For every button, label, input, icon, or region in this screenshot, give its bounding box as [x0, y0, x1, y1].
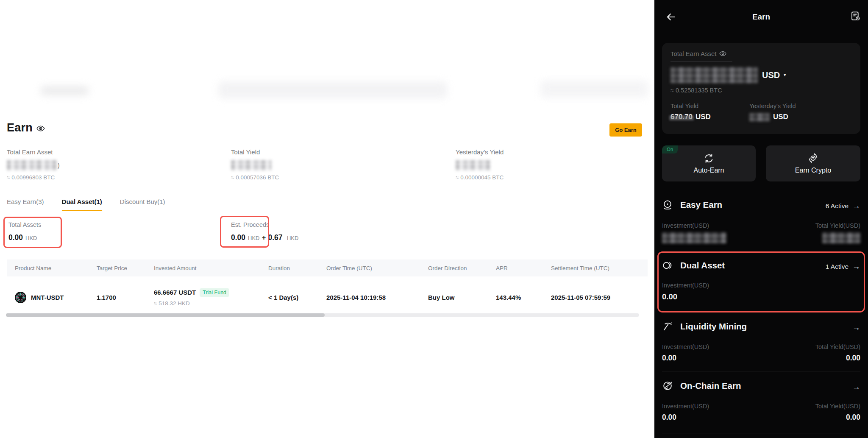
total-assets-value: 0.00 HKD	[8, 233, 37, 242]
investment-label: Investment(USD)	[662, 282, 709, 289]
caret-down-icon[interactable]: ▼	[783, 73, 787, 77]
total-assets-currency: HKD	[25, 235, 37, 241]
investment-value: 0.00	[662, 292, 677, 301]
btc-approx: ≈ 0.52581335 BTC	[670, 87, 852, 94]
total-earn-asset-card: Total Earn Asset USD ▼ ≈ 0.52581335 BTC …	[662, 43, 860, 134]
auto-earn-refresh-icon	[704, 153, 714, 164]
col-duration: Duration	[268, 265, 326, 271]
paren-artifact: )	[58, 162, 60, 169]
visibility-eye-icon[interactable]	[36, 124, 45, 133]
tab-dual-asset[interactable]: Dual Asset(1)	[62, 198, 102, 211]
tab-discount-buy[interactable]: Discount Buy(1)	[120, 198, 165, 211]
arrow-right-icon: →	[852, 382, 860, 392]
active-count: 6 Active	[826, 202, 849, 210]
partially-redacted-value: 670.70	[670, 113, 693, 121]
redacted-value	[456, 160, 490, 170]
invested-hkd-approx: ≈ 518.32 HKD	[154, 300, 268, 307]
mobile-page-title: Earn	[654, 12, 868, 22]
auto-earn-button[interactable]: On Auto-Earn	[662, 145, 756, 181]
earn-crypto-button[interactable]: Earn Crypto	[766, 145, 860, 181]
redacted-balance	[670, 67, 758, 83]
table-header: Product Name Target Price Invested Amoun…	[7, 259, 648, 276]
section-title: Easy Earn	[680, 200, 722, 210]
mobile-earn-screen: Earn Total Earn Asset USD ▼	[654, 0, 868, 438]
bonus-currency: HKD	[287, 235, 298, 241]
total-assets-label: Total Assets	[8, 221, 41, 228]
on-badge: On	[662, 145, 678, 153]
total-yield-label: Total Yield	[670, 103, 749, 109]
total-assets-amount: 0.00	[8, 233, 23, 242]
auto-earn-label: Auto-Earn	[693, 167, 724, 174]
yield-label: Total Yield(USD)	[815, 222, 860, 229]
earn-split-view: Earn Go Earn Total Earn Asset ) ≈ 0.0099…	[0, 0, 868, 438]
est-proceeds-bonus: 0.67 HKD	[268, 233, 298, 244]
settlement-time-cell: 2025-11-05 07:59:59	[551, 294, 648, 301]
total-yield-currency: USD	[696, 113, 711, 121]
product-cell: MNT-USDT	[7, 292, 97, 303]
divider	[7, 213, 649, 213]
horizontal-scrollbar-track[interactable]	[6, 313, 639, 317]
est-proceeds-currency: HKD	[248, 235, 259, 241]
stat-total-earn-asset: Total Earn Asset ) ≈ 0.00996803 BTC	[7, 148, 134, 181]
dual-asset-active-link[interactable]: 1 Active →	[826, 262, 860, 271]
stat-btc-approx: ≈ 0.00057036 BTC	[231, 174, 358, 181]
blur-artifact	[40, 86, 89, 95]
table-row: MNT-USDT 1.1700 66.6667 USDT Trial Fund …	[7, 281, 648, 314]
redacted-value	[662, 232, 726, 243]
dual-asset-table: Product Name Target Price Invested Amoun…	[7, 259, 648, 314]
blur-overlay	[669, 115, 694, 120]
redacted-value	[749, 113, 770, 121]
order-history-icon[interactable]	[850, 11, 861, 22]
fiat-currency-selector[interactable]: USD	[762, 70, 780, 80]
arrow-right-icon: →	[852, 201, 860, 211]
col-invested-amount: Invested Amount	[154, 265, 268, 271]
redacted-value	[7, 160, 57, 170]
section-dual-asset[interactable]: Dual Asset	[662, 260, 725, 271]
easy-earn-active-link[interactable]: 6 Active →	[826, 201, 860, 211]
stat-label: Total Earn Asset	[7, 148, 134, 156]
bonus-amount: 0.67	[268, 233, 282, 242]
tab-easy-earn[interactable]: Easy Earn(3)	[7, 198, 44, 211]
section-title: Liquidity Mining	[680, 321, 747, 332]
investment-label: Investment(USD)	[662, 403, 709, 410]
plus-sign: +	[262, 234, 266, 242]
divider	[662, 371, 860, 371]
horizontal-scrollbar-thumb[interactable]	[6, 313, 325, 317]
section-liquidity-mining[interactable]: Liquidity Mining	[662, 321, 747, 332]
section-title: On-Chain Earn	[680, 381, 741, 391]
duration-cell: < 1 Day(s)	[268, 294, 326, 301]
blur-artifact	[218, 81, 447, 98]
arrow-right-icon: →	[852, 262, 860, 271]
col-product-name: Product Name	[7, 265, 97, 271]
invested-amount-cell: 66.6667 USDT Trial Fund ≈ 518.32 HKD	[154, 288, 268, 307]
stat-label: Yesterday's Yield	[456, 148, 583, 156]
asset-card-label: Total Earn Asset	[670, 50, 716, 57]
section-on-chain-earn[interactable]: On-Chain Earn	[662, 380, 741, 391]
liquidity-mining-pickaxe-icon	[662, 321, 673, 332]
invested-amount: 66.6667 USDT	[154, 289, 196, 296]
trial-fund-badge: Trial Fund	[200, 288, 229, 297]
investment-value: 0.00	[662, 354, 676, 363]
earn-crypto-label: Earn Crypto	[795, 167, 831, 174]
liquidity-mining-link[interactable]: →	[852, 323, 860, 332]
est-proceeds-amount: 0.00	[231, 233, 245, 242]
earn-crypto-coin-icon	[808, 153, 818, 164]
on-chain-earn-link[interactable]: →	[852, 382, 860, 392]
order-time-cell: 2025-11-04 10:19:58	[326, 294, 428, 301]
visibility-eye-icon[interactable]	[719, 50, 726, 57]
stat-btc-approx: ≈ 0.00000045 BTC	[456, 174, 583, 181]
section-easy-earn[interactable]: Easy Earn	[662, 199, 722, 210]
page-title: Earn	[7, 121, 33, 134]
yesterday-yield-col: Yesterday's Yield USD	[749, 103, 828, 121]
yield-value: 0.00	[846, 354, 860, 363]
earn-tabs: Easy Earn(3) Dual Asset(1) Discount Buy(…	[7, 198, 165, 211]
go-earn-button[interactable]: Go Earn	[609, 123, 642, 137]
product-name: MNT-USDT	[31, 294, 64, 301]
yesterday-yield-label: Yesterday's Yield	[749, 103, 828, 109]
col-order-time: Order Time (UTC)	[326, 265, 428, 271]
apr-cell: 143.44%	[496, 294, 551, 301]
stat-label: Total Yield	[231, 148, 358, 156]
col-target-price: Target Price	[97, 265, 154, 271]
investment-label: Investment(USD)	[662, 343, 709, 350]
yesterday-yield-currency: USD	[773, 113, 788, 121]
